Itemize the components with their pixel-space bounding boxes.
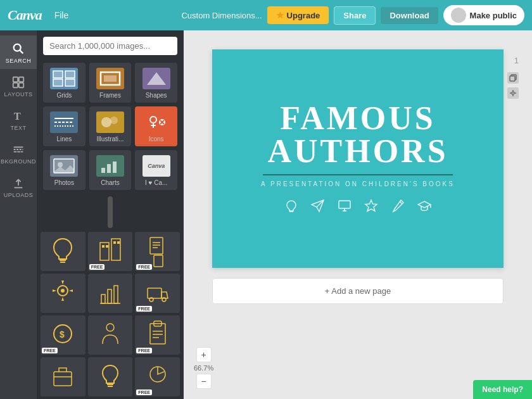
icon-item-lightbulb2[interactable] xyxy=(88,357,133,396)
svg-rect-51 xyxy=(101,294,105,303)
icon-item-dollar[interactable]: FREE $ xyxy=(41,315,86,355)
sidebar-text-label: TEXT xyxy=(10,125,26,131)
grids-label: Grids xyxy=(56,92,72,99)
lines-label: Lines xyxy=(56,136,72,142)
charts-label: Charts xyxy=(101,179,119,186)
zoom-minus-button[interactable]: − xyxy=(196,374,212,389)
svg-rect-48 xyxy=(154,255,163,267)
main-layout: SEARCH LAYOUTS T TEXT BK xyxy=(0,30,532,399)
file-menu[interactable]: File xyxy=(49,8,74,23)
svg-marker-80 xyxy=(418,201,431,208)
svg-marker-78 xyxy=(365,200,377,212)
grid-item-lines[interactable]: Lines xyxy=(43,106,86,146)
slide-title: FAMOUS AUTHORS xyxy=(267,102,448,168)
grid-item-canva[interactable]: Canva I ♥ Ca... xyxy=(135,150,177,190)
svg-point-72 xyxy=(512,92,514,94)
icon-item-person[interactable] xyxy=(88,315,133,355)
need-help-button[interactable]: Need help? xyxy=(473,380,532,399)
sidebar-item-search[interactable]: SEARCH xyxy=(0,35,37,69)
illustr-label: Illustrati... xyxy=(97,136,124,142)
frames-label: Frames xyxy=(99,92,121,99)
icons-scroll-area: FREE FREE xyxy=(37,229,184,399)
svg-rect-13 xyxy=(65,71,75,78)
svg-rect-71 xyxy=(510,76,515,81)
svg-rect-43 xyxy=(117,241,120,244)
settings-icon[interactable] xyxy=(507,87,519,99)
photos-label: Photos xyxy=(54,179,74,186)
sidebar-item-layouts[interactable]: LAYOUTS xyxy=(0,69,37,103)
svg-rect-40 xyxy=(102,245,104,248)
grid-item-grids[interactable]: Grids xyxy=(43,63,86,103)
svg-point-31 xyxy=(58,162,63,167)
sidebar-item-uploads[interactable]: UPLOADS xyxy=(0,170,37,203)
icons-label: Icons xyxy=(149,136,164,142)
download-button[interactable]: Download xyxy=(381,7,438,24)
icon-item-clipboard[interactable]: FREE xyxy=(135,315,180,355)
star-icon: ★ xyxy=(276,10,284,20)
svg-rect-61 xyxy=(150,324,165,344)
canvas-wrapper: 1 FAMOUS A xyxy=(212,49,504,268)
svg-point-0 xyxy=(14,44,21,51)
slide-icons-row xyxy=(284,199,431,216)
svg-rect-55 xyxy=(148,288,162,298)
svg-marker-18 xyxy=(147,72,166,85)
icon-item-graph[interactable]: FREE xyxy=(135,357,180,396)
icon-item-chart2[interactable] xyxy=(88,274,133,313)
svg-text:T: T xyxy=(14,110,21,122)
avatar xyxy=(451,8,466,23)
charts-thumb xyxy=(96,155,124,177)
svg-rect-4 xyxy=(13,83,18,87)
share-button[interactable]: Share xyxy=(334,6,376,25)
svg-rect-15 xyxy=(65,79,75,86)
upgrade-button[interactable]: ★ Upgrade xyxy=(267,6,329,24)
icon-item-lightbulb[interactable] xyxy=(41,232,86,271)
zoom-plus-button[interactable]: + xyxy=(196,347,212,362)
grid-item-icons[interactable]: Icons xyxy=(135,106,177,146)
grid-item-frames[interactable]: Frames xyxy=(89,63,132,103)
photos-thumb xyxy=(50,155,78,177)
free-badge-5: FREE xyxy=(136,348,152,353)
icon-item-truck[interactable]: FREE xyxy=(135,274,180,313)
sidebar: SEARCH LAYOUTS T TEXT BK xyxy=(0,30,37,399)
sidebar-item-background[interactable]: BKGROUND xyxy=(0,136,37,170)
icon-item-briefcase[interactable] xyxy=(41,357,86,396)
grid-item-photos[interactable]: Photos xyxy=(43,150,86,190)
svg-rect-34 xyxy=(107,164,111,173)
make-public-button[interactable]: Make public xyxy=(443,5,524,25)
icon-item-gear[interactable] xyxy=(41,274,86,313)
grid-item-charts[interactable]: Charts xyxy=(89,150,132,190)
icon-item-buildings[interactable]: FREE xyxy=(88,232,133,271)
free-badge-4: FREE xyxy=(42,348,58,353)
sidebar-bkground-label: BKGROUND xyxy=(1,158,36,165)
slide-canvas[interactable]: FAMOUS AUTHORS A PRESENTATION ON CHILDRE… xyxy=(212,49,504,268)
icons-thumb xyxy=(142,111,170,133)
custom-dimensions-label[interactable]: Custom Dimensions... xyxy=(181,11,262,20)
frames-thumb xyxy=(96,68,124,89)
header: Canva File Custom Dimensions... ★ Upgrad… xyxy=(0,0,532,30)
svg-rect-12 xyxy=(53,71,63,78)
slide-icon-monitor xyxy=(338,199,352,216)
sidebar-item-text[interactable]: T TEXT xyxy=(0,103,37,136)
svg-line-1 xyxy=(20,50,23,53)
svg-line-79 xyxy=(400,201,402,204)
sidebar-layouts-label: LAYOUTS xyxy=(4,91,33,98)
grid-item-illustrations[interactable]: Illustrati... xyxy=(89,106,132,146)
svg-point-23 xyxy=(110,117,118,124)
slide-subtitle: A PRESENTATION ON CHILDREN'S BOOKS xyxy=(261,180,455,187)
shapes-thumb xyxy=(142,68,170,89)
svg-point-60 xyxy=(106,324,114,331)
slide-icon-paper-plane xyxy=(311,199,325,216)
svg-point-24 xyxy=(150,117,156,123)
copy-icon[interactable] xyxy=(507,72,519,84)
sidebar-uploads-label: UPLOADS xyxy=(4,192,34,198)
icon-item-docs[interactable]: FREE xyxy=(135,232,180,271)
free-badge-6: FREE xyxy=(136,390,152,395)
grid-item-shapes[interactable]: Shapes xyxy=(135,63,177,103)
free-badge: FREE xyxy=(89,264,105,270)
illustr-thumb xyxy=(96,111,124,133)
search-input[interactable] xyxy=(43,37,177,55)
svg-point-50 xyxy=(61,289,65,293)
svg-rect-75 xyxy=(339,201,350,208)
add-page-button[interactable]: + Add a new page xyxy=(212,278,504,304)
slide-icon-pencil xyxy=(391,199,405,216)
